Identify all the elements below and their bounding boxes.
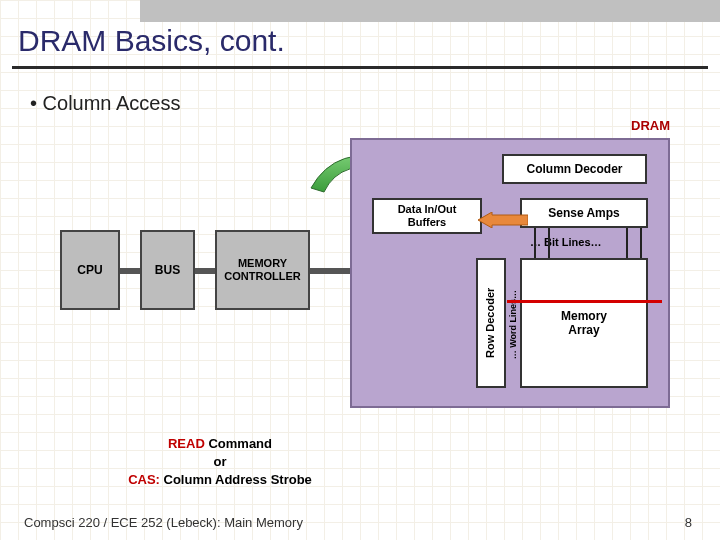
top-gray-bar [140, 0, 720, 22]
memory-controller-block: MEMORY CONTROLLER [215, 230, 310, 310]
active-row-highlight [507, 300, 662, 303]
caption-cas-red: CAS: [128, 472, 160, 487]
slide-title: DRAM Basics, cont. [18, 24, 285, 58]
caption-cas-rest: Column Address Strobe [160, 472, 312, 487]
caption-read-rest: Command [205, 436, 272, 451]
caption: READ Command or CAS: Column Address Stro… [110, 435, 330, 490]
memory-array-block: Memory Array [520, 258, 648, 388]
caption-read-red: READ [168, 436, 205, 451]
cpu-bus-connector [120, 268, 140, 274]
bit-lines-label: … Bit Lines… [530, 236, 602, 248]
sense-amps-block: Sense Amps [520, 198, 648, 228]
cpu-block: CPU [60, 230, 120, 310]
dram-label: DRAM [631, 118, 670, 133]
footer-text: Compsci 220 / ECE 252 (Lebeck): Main Mem… [24, 515, 303, 530]
sense-to-buffer-arrow-icon [478, 212, 528, 228]
bus-block: BUS [140, 230, 195, 310]
dram-container: DRAM Column Decoder Data In/Out Buffers … [350, 138, 670, 408]
bus-mc-connector [195, 268, 215, 274]
mc-dram-connector [310, 268, 350, 274]
data-buffers-block: Data In/Out Buffers [372, 198, 482, 234]
row-decoder-block: Row Decoder [476, 258, 506, 388]
title-underline [12, 66, 708, 69]
bullet-column-access: • Column Access [30, 92, 180, 115]
diagram: CPU BUS MEMORY CONTROLLER ** DRAM Column… [60, 130, 680, 480]
caption-or: or [110, 453, 330, 471]
column-decoder-block: Column Decoder [502, 154, 647, 184]
page-number: 8 [685, 515, 692, 530]
